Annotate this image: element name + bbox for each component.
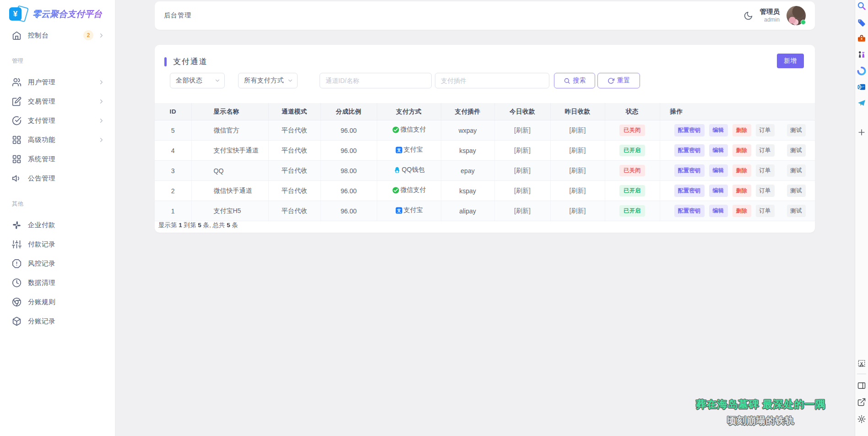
config-key-action-button[interactable]: 配置密钥 [674, 124, 705, 136]
edit-action-button[interactable]: 编辑 [709, 144, 728, 157]
title-accent-bar [164, 57, 167, 66]
chevron-right-icon [98, 136, 105, 143]
check-circle-icon [12, 116, 22, 125]
sidebar-item-data-cleanup[interactable]: 数据清理 [0, 274, 115, 291]
row-actions: 配置密钥编辑删除订单测试 [660, 144, 815, 157]
sidebar-item-announcement-management[interactable]: 公告管理 [0, 169, 115, 187]
sidebar-item-label: 公告管理 [28, 174, 55, 183]
sidebar-item-label: 分账规则 [28, 298, 55, 306]
status-badge: 已关闭 [619, 125, 645, 136]
sidebar-item-user-management[interactable]: 用户管理 [0, 73, 115, 91]
search-button[interactable]: 搜索 [554, 73, 595, 88]
external-link-icon[interactable] [857, 398, 866, 407]
sidebar-item-label: 数据清理 [28, 278, 55, 287]
order-action-button[interactable]: 订单 [756, 185, 775, 197]
alipay-icon: 支 [395, 146, 403, 154]
tag-icon[interactable] [857, 18, 866, 27]
sidebar-item-profit-split-rules[interactable]: 分账规则 [0, 293, 115, 311]
refresh-today-link[interactable]: [刷新] [514, 126, 531, 134]
sidebar-item-payment-management[interactable]: 支付管理 [0, 112, 115, 129]
telegram-icon[interactable] [857, 98, 866, 108]
row-actions: 配置密钥编辑删除订单测试 [660, 185, 815, 197]
delete-action-button[interactable]: 删除 [732, 205, 751, 217]
sidebar-item-profit-split-records[interactable]: 分账记录 [0, 312, 115, 330]
order-action-button[interactable]: 订单 [756, 124, 775, 136]
search-icon[interactable] [857, 1, 866, 11]
sidebar-item-transaction-management[interactable]: 交易管理 [0, 93, 115, 110]
svg-text:支: 支 [396, 147, 401, 152]
sidebar-item-label: 风控记录 [28, 259, 55, 268]
row-actions: 配置密钥编辑删除订单测试 [660, 164, 815, 177]
cell-id: 3 [155, 161, 191, 181]
sidebar-item-risk-control-records[interactable]: 风控记录 [0, 255, 115, 272]
edit-action-button[interactable]: 编辑 [709, 205, 728, 217]
test-action-button[interactable]: 测试 [787, 144, 806, 157]
order-action-button[interactable]: 订单 [756, 205, 775, 217]
test-action-button[interactable]: 测试 [787, 185, 806, 197]
cell-split-ratio: 96.00 [320, 201, 377, 221]
payment-method-label: 微信支付 [401, 125, 426, 134]
volume-icon [12, 174, 22, 183]
cell-plugin: alipay [441, 201, 494, 221]
payment-method-select[interactable]: 所有支付方式 [238, 73, 298, 88]
refresh-yesterday-link[interactable]: [刷新] [570, 167, 586, 174]
refresh-yesterday-link[interactable]: [刷新] [570, 207, 586, 214]
config-key-action-button[interactable]: 配置密钥 [674, 185, 705, 197]
payment-card-icon: ¥ [9, 6, 27, 22]
status-select[interactable]: 全部状态 [170, 73, 225, 88]
channel-id-input[interactable] [320, 73, 432, 88]
sidebar-item-console[interactable]: 控制台2 [0, 27, 115, 44]
plugin-input[interactable] [435, 73, 549, 88]
refresh-today-link[interactable]: [刷新] [514, 167, 531, 174]
refresh-yesterday-link[interactable]: [刷新] [570, 126, 586, 134]
snip-icon[interactable] [857, 359, 866, 368]
sidebar-item-advanced-features[interactable]: 高级功能 [0, 131, 115, 148]
refresh-today-link[interactable]: [刷新] [514, 187, 531, 194]
column-header: 支付方式 [377, 103, 441, 120]
add-button[interactable]: 新增 [777, 54, 804, 68]
toolbox-icon[interactable] [857, 34, 866, 43]
cell-id: 1 [155, 201, 191, 221]
chrome-icon [12, 297, 22, 307]
sidebar-item-payment-records[interactable]: 付款记录 [0, 235, 115, 253]
test-action-button[interactable]: 测试 [787, 124, 806, 136]
user-menu[interactable]: 管理员 admin [760, 7, 780, 23]
column-header: 今日收款 [494, 103, 550, 120]
sidebar-item-enterprise-payment[interactable]: 企业付款 [0, 216, 115, 234]
plus-icon[interactable] [857, 128, 866, 137]
moon-icon[interactable] [743, 11, 753, 21]
search-button-label: 搜索 [573, 76, 586, 85]
edit-action-button[interactable]: 编辑 [709, 164, 728, 177]
panel-icon[interactable] [857, 381, 866, 390]
avatar[interactable] [787, 6, 806, 25]
test-action-button[interactable]: 测试 [787, 205, 806, 217]
order-action-button[interactable]: 订单 [756, 164, 775, 177]
cell-display-name: 支付宝快手通道 [191, 141, 268, 161]
table-row: 4支付宝快手通道平台代收96.00支支付宝kspay[刷新][刷新]已开启配置密… [155, 141, 815, 161]
status-badge: 已开启 [619, 185, 645, 196]
refresh-today-link[interactable]: [刷新] [514, 147, 531, 154]
refresh-yesterday-link[interactable]: [刷新] [570, 147, 586, 154]
config-key-action-button[interactable]: 配置密钥 [674, 144, 705, 157]
delete-action-button[interactable]: 删除 [732, 144, 751, 157]
refresh-today-link[interactable]: [刷新] [514, 207, 531, 214]
delete-action-button[interactable]: 删除 [732, 164, 751, 177]
edit-action-button[interactable]: 编辑 [709, 124, 728, 136]
column-header: 通道模式 [268, 103, 320, 120]
test-action-button[interactable]: 测试 [787, 164, 806, 177]
order-action-button[interactable]: 订单 [756, 144, 775, 157]
sidebar-item-system-management[interactable]: 系统管理 [0, 150, 115, 168]
edit-action-button[interactable]: 编辑 [709, 185, 728, 197]
refresh-yesterday-link[interactable]: [刷新] [570, 187, 586, 194]
config-key-action-button[interactable]: 配置密钥 [674, 164, 705, 177]
delete-action-button[interactable]: 删除 [732, 124, 751, 136]
column-header: 昨日收款 [550, 103, 605, 120]
delete-action-button[interactable]: 删除 [732, 185, 751, 197]
settings-icon[interactable] [857, 414, 866, 424]
config-key-action-button[interactable]: 配置密钥 [674, 205, 705, 217]
chess-icon[interactable] [857, 50, 866, 59]
reset-button[interactable]: 重置 [597, 73, 640, 88]
outlook-icon[interactable] [857, 82, 866, 92]
loop-icon[interactable] [857, 66, 866, 76]
cell-actions: 配置密钥编辑删除订单测试 [660, 141, 815, 161]
